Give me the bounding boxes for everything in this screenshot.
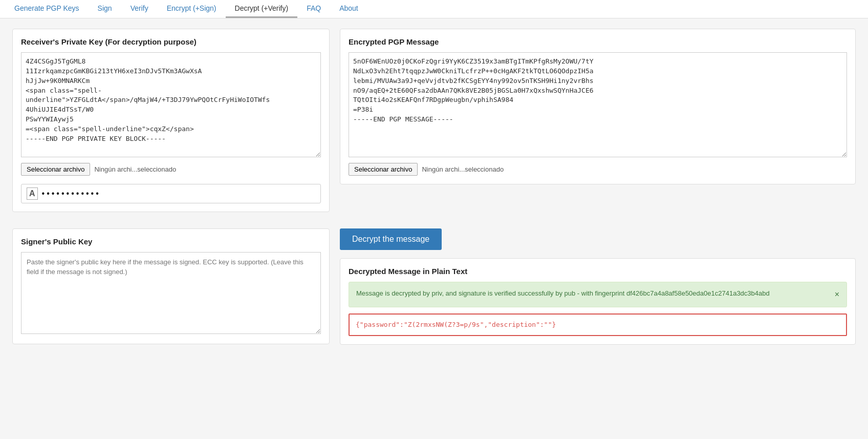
main-content: Receiver's Private Key (For decryption p… [0,18,868,371]
signer-column: Signer's Public Key [12,228,330,353]
private-key-file-button[interactable]: Seleccionar archivo [21,163,90,176]
private-key-panel: Receiver's Private Key (For decryption p… [12,29,330,212]
decrypted-message-title: Decrypted Message in Plain Text [349,267,847,276]
private-key-title: Receiver's Private Key (For decryption p… [21,37,321,46]
encrypted-message-title: Encrypted PGP Message [349,37,847,46]
encrypted-message-textarea[interactable]: 5nOF6WEnUOz0j0CKoFzQgri9YyK6CZ3519x3amBT… [349,52,847,157]
private-key-textarea[interactable]: 4Z4CSGgJ5TgGML8 11IzrkqamzpcGmKBGi213tYH… [21,52,321,157]
nav-generate-pgp-keys[interactable]: Generate PGP Keys [5,0,89,18]
nav-verify[interactable]: Verify [121,0,158,18]
decrypt-output-column: Decrypt the message Decrypted Message in… [340,228,856,353]
password-row[interactable]: A [21,184,321,203]
encrypted-message-panel: Encrypted PGP Message 5nOF6WEnUOz0j0CKoF… [340,29,856,184]
decrypted-text-output: {"password":"Z(2rmxsNW(Z?3=p/9s","descri… [349,313,847,336]
nav-encrypt-sign[interactable]: Encrypt (+Sign) [158,0,226,18]
navigation: Generate PGP Keys Sign Verify Encrypt (+… [0,0,868,18]
nav-faq[interactable]: FAQ [297,0,330,18]
decrypted-message-panel: Decrypted Message in Plain Text Message … [340,258,856,345]
bottom-row: Signer's Public Key Decrypt the message … [12,228,856,353]
signer-title: Signer's Public Key [21,237,321,246]
private-key-file-label: Ningún archi...seleccionado [94,165,176,173]
password-icon: A [27,187,38,200]
alert-close-button[interactable]: × [835,288,839,301]
success-message: Message is decrypted by priv, and signat… [356,288,770,299]
encrypted-message-file-button[interactable]: Seleccionar archivo [349,163,418,176]
signer-textarea[interactable] [21,252,321,334]
success-alert: Message is decrypted by priv, and signat… [349,282,847,307]
encrypted-message-file-label: Ningún archi...seleccionado [422,165,504,173]
password-input[interactable] [42,189,315,198]
private-key-column: Receiver's Private Key (For decryption p… [12,29,330,220]
nav-about[interactable]: About [330,0,367,18]
decrypt-button[interactable]: Decrypt the message [340,228,442,250]
nav-sign[interactable]: Sign [89,0,121,18]
private-key-file-row: Seleccionar archivo Ningún archi...selec… [21,163,321,176]
encrypted-message-file-row: Seleccionar archivo Ningún archi...selec… [349,163,847,176]
encrypted-message-column: Encrypted PGP Message 5nOF6WEnUOz0j0CKoF… [340,29,856,220]
nav-decrypt-verify[interactable]: Decrypt (+Verify) [226,0,298,18]
top-row: Receiver's Private Key (For decryption p… [12,29,856,220]
signer-panel: Signer's Public Key [12,228,330,344]
